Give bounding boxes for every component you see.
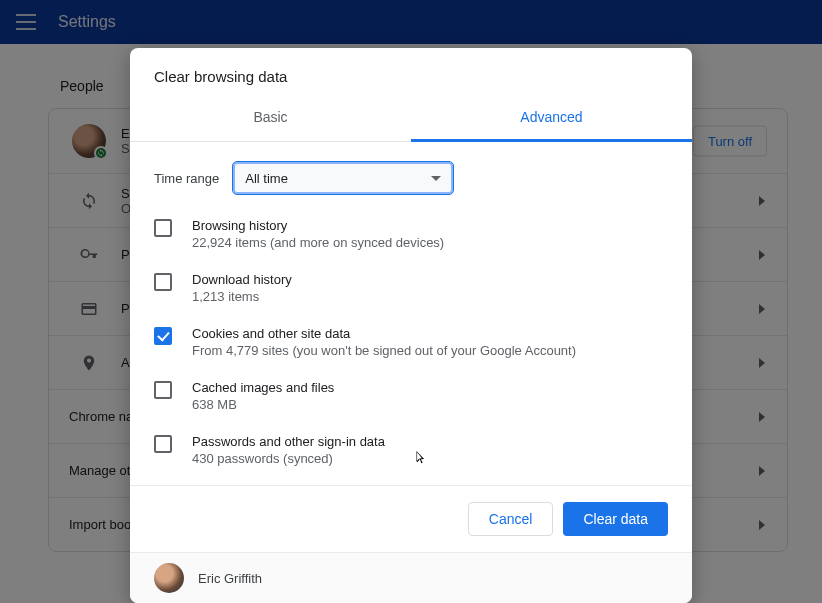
option-row[interactable]: Cached images and files638 MB <box>154 370 668 424</box>
option-title: Browsing history <box>192 218 444 233</box>
time-range-label: Time range <box>154 171 219 186</box>
modal-overlay: Clear browsing data Basic Advanced Time … <box>0 0 822 603</box>
option-row[interactable]: Browsing history22,924 items (and more o… <box>154 208 668 262</box>
option-sub: 22,924 items (and more on synced devices… <box>192 235 444 250</box>
clear-data-button[interactable]: Clear data <box>563 502 668 536</box>
option-title: Download history <box>192 272 292 287</box>
tab-advanced[interactable]: Advanced <box>411 95 692 142</box>
dialog-footer: Cancel Clear data <box>130 485 692 552</box>
option-row[interactable]: Passwords and other sign-in data430 pass… <box>154 424 668 478</box>
option-row[interactable]: Download history1,213 items <box>154 262 668 316</box>
checkbox[interactable] <box>154 435 172 453</box>
tab-basic[interactable]: Basic <box>130 95 411 141</box>
cancel-button[interactable]: Cancel <box>468 502 554 536</box>
dialog-tabs: Basic Advanced <box>130 95 692 142</box>
dialog-body: Time range All time Browsing history22,9… <box>130 142 692 485</box>
option-title: Cookies and other site data <box>192 326 576 341</box>
time-range-select[interactable]: All time <box>233 162 453 194</box>
clear-data-dialog: Clear browsing data Basic Advanced Time … <box>130 48 692 603</box>
checkbox[interactable] <box>154 381 172 399</box>
checkbox[interactable] <box>154 327 172 345</box>
option-row[interactable]: Cookies and other site dataFrom 4,779 si… <box>154 316 668 370</box>
option-sub: From 4,779 sites (you won't be signed ou… <box>192 343 576 358</box>
option-row[interactable]: Autofill form data <box>154 478 668 485</box>
option-sub: 638 MB <box>192 397 334 412</box>
checkbox[interactable] <box>154 219 172 237</box>
account-strip: Eric Griffith <box>130 552 692 603</box>
chevron-down-icon <box>431 176 441 181</box>
checkbox[interactable] <box>154 273 172 291</box>
option-title: Cached images and files <box>192 380 334 395</box>
account-name: Eric Griffith <box>198 571 262 586</box>
dialog-title: Clear browsing data <box>130 48 692 95</box>
option-sub: 430 passwords (synced) <box>192 451 385 466</box>
option-sub: 1,213 items <box>192 289 292 304</box>
time-range-value: All time <box>245 171 288 186</box>
option-title: Passwords and other sign-in data <box>192 434 385 449</box>
avatar <box>154 563 184 593</box>
